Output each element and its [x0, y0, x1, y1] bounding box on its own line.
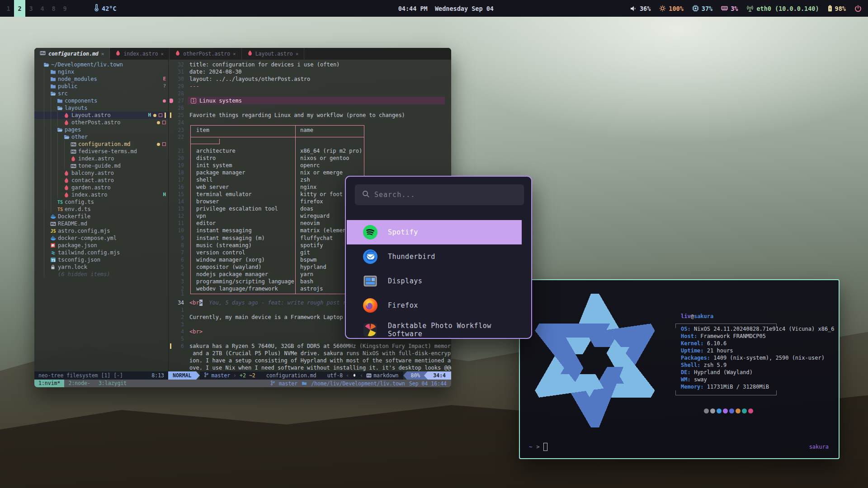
power-icon[interactable]: [854, 5, 862, 12]
tree-item-index.astro[interactable]: index.astroH: [34, 191, 168, 198]
indent-guide: [57, 177, 58, 184]
astro-file-icon: [64, 178, 70, 183]
memory-widget: 3%: [721, 5, 738, 12]
tree-item-README.md[interactable]: README.md: [34, 220, 168, 227]
indent-guide: [44, 97, 44, 104]
tab-close-icon[interactable]: ×: [233, 51, 236, 57]
tmux-window-2node[interactable]: 2:node-: [64, 380, 94, 387]
indent-guide: [57, 169, 58, 177]
tree-item-other[interactable]: other: [34, 133, 168, 141]
tree-item-index.astro[interactable]: index.astro: [34, 155, 168, 162]
launcher-item-spotify[interactable]: Spotify: [347, 220, 522, 244]
tree-item-Layout.astro[interactable]: Layout.astroH: [34, 112, 168, 119]
launcher-item-label: Firefox: [388, 301, 418, 310]
folder-icon: [50, 76, 56, 82]
tree-item-6hiddenitems[interactable]: (6 hidden items): [34, 271, 168, 278]
tree-item-configuration.md[interactable]: configuration.md: [34, 141, 168, 148]
table-cell-item: terminal emulator: [196, 191, 252, 198]
tree-item-fediverse-terms.md[interactable]: fediverse-terms.md: [34, 148, 168, 155]
tab-close-icon[interactable]: ×: [296, 51, 299, 57]
folder-icon: [302, 380, 307, 387]
modified-dot-badge: [157, 121, 160, 124]
tree-item-contact.astro[interactable]: contact.astro: [34, 177, 168, 184]
line-text: ove. I use Nix when I need software with…: [189, 364, 451, 371]
indent-guide: [57, 119, 58, 126]
cpu-widget: 37%: [692, 5, 712, 12]
launcher-search-field[interactable]: Search...: [355, 184, 524, 205]
modified-dot-badge: [157, 143, 160, 146]
tab-close-icon[interactable]: ×: [101, 51, 104, 57]
tab-configuration.md[interactable]: configuration.md×: [34, 48, 110, 60]
git-branch-name: master: [212, 371, 231, 380]
tab-index.astro[interactable]: index.astro×: [110, 48, 170, 60]
tree-item-astro.config.mjs[interactable]: JSastro.config.mjs: [34, 227, 168, 235]
tree-item-components[interactable]: components: [34, 97, 168, 104]
tree-item-package.json[interactable]: package.json: [34, 242, 168, 249]
indent-guide: [44, 206, 44, 213]
table-cell-name: bash: [300, 278, 313, 285]
indent-guide: [64, 148, 65, 155]
table-cell-name: wireguard: [300, 212, 330, 220]
shell-prompt[interactable]: ~ >: [529, 443, 547, 451]
folder-open-icon: [43, 62, 49, 68]
tree-item-otherPost.astro[interactable]: otherPost.astro: [34, 119, 168, 126]
unknown-badge: ?: [163, 83, 166, 90]
tmux-window-1nvim[interactable]: 1:nvim*: [34, 380, 64, 387]
tree-item-docker-compose.yml[interactable]: docker-compose.yml: [34, 235, 168, 242]
terminal-cursor: [543, 443, 547, 451]
tree-item-pages[interactable]: pages: [34, 126, 168, 133]
fetch-terminal-window[interactable]: liv@sakura OS: NixOS 24.11.20240828.71e9…: [519, 279, 840, 459]
fetch-frame-corner: [675, 390, 676, 395]
tree-item-layouts[interactable]: layouts: [34, 104, 168, 112]
table-cell-name: git: [300, 249, 310, 256]
tab-Layout.astro[interactable]: Layout.astro×: [242, 48, 305, 60]
tree-item-src[interactable]: src: [34, 90, 168, 97]
tree-item-Dockerfile[interactable]: Dockerfile: [34, 213, 168, 220]
indent-guide: [44, 112, 44, 119]
unstaged-badge: [159, 113, 162, 117]
line-text: ion. I have a setup consisting of Hyprla…: [189, 357, 451, 364]
table-cell-name: nix or emerge: [300, 169, 343, 176]
html-tag-text: <br>: [189, 328, 203, 335]
tmux-window-3lazygit[interactable]: 3:lazygit: [94, 380, 131, 387]
tree-item-yarn.lock[interactable]: yarn.lock: [34, 263, 168, 271]
launcher-item-displays[interactable]: Displays: [347, 269, 522, 293]
table-cell-item: editor: [196, 220, 216, 227]
tmux-datetime: Sep 04 16:44: [409, 380, 447, 387]
indent-guide: [44, 263, 44, 271]
git-added-count: +2: [240, 371, 246, 380]
tab-close-icon[interactable]: ×: [161, 51, 164, 57]
tree-item-tailwind.config.mjs[interactable]: tailwind.config.mjs: [34, 249, 168, 256]
launcher-item-firefox[interactable]: Firefox: [347, 293, 522, 318]
statusline-tree-section: neo-tree filesystem [1] [-] 8:13: [34, 371, 168, 380]
table-cell-name: hyprland: [300, 263, 326, 271]
prompt-symbol: >: [536, 444, 539, 450]
launcher-item-darktable[interactable]: Darktable Photo Workflow Software: [347, 318, 522, 339]
line-number: 16: [169, 183, 184, 191]
tree-item-nginx[interactable]: nginx: [34, 68, 168, 75]
tree-item-public[interactable]: public?: [34, 83, 168, 90]
html-tag-text: <br: [189, 300, 199, 306]
indent-guide: [51, 112, 51, 119]
tree-item-balcony.astro[interactable]: balcony.astro: [34, 169, 168, 177]
tree-item-badges: [157, 119, 166, 126]
line-number: 2: [169, 314, 184, 321]
fetch-info-value: 21 hours: [707, 347, 733, 354]
tree-item-nodemodules[interactable]: node_modulesE: [34, 75, 168, 83]
tree-item-tone-guide.md[interactable]: tone-guide.md: [34, 162, 168, 169]
tree-item-badges: [163, 97, 166, 104]
tree-item-label: (6 hidden items): [34, 271, 110, 277]
tree-item-Developmentliv.town[interactable]: ~/Development/liv.town: [34, 61, 168, 68]
tab-label: configuration.md: [48, 51, 99, 57]
tree-item-config.ts[interactable]: TSconfig.ts: [34, 198, 168, 206]
fetch-info-line: Kernel: 6.10.6: [681, 340, 726, 347]
line-text: title: configuration for devices i use (…: [189, 61, 340, 68]
tree-item-env.d.ts[interactable]: TSenv.d.ts: [34, 206, 168, 213]
tree-item-tsconfig.json[interactable]: TStsconfig.json: [34, 256, 168, 263]
tab-otherPost.astro[interactable]: otherPost.astro×: [170, 48, 241, 60]
tmux-windows: 1:nvim*2:node-3:lazygit: [34, 380, 131, 387]
line-text: Currently, my main device is a Framework…: [189, 314, 349, 321]
launcher-item-thunderbird[interactable]: Thunderbird: [347, 244, 522, 269]
line-number: 7: [169, 249, 184, 256]
tree-item-garden.astro[interactable]: garden.astro: [34, 184, 168, 191]
